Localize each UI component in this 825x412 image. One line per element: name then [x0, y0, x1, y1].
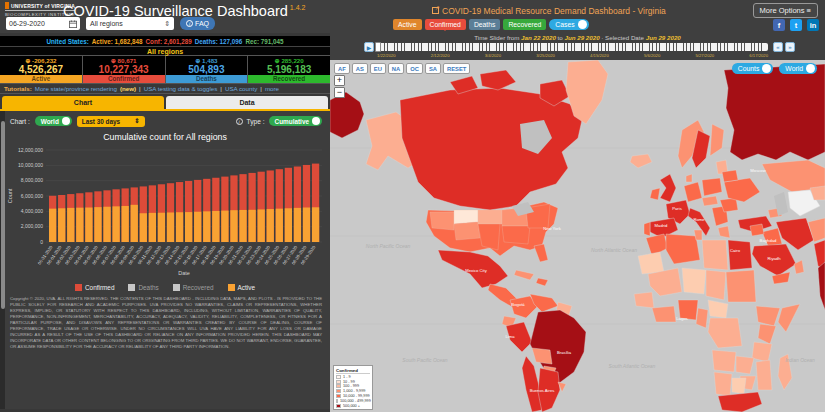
- country-ireland[interactable]: [650, 188, 660, 200]
- legend-item-active[interactable]: Active: [228, 284, 255, 291]
- case-button-recovered[interactable]: Recovered: [503, 19, 546, 30]
- tab-chart[interactable]: Chart: [2, 96, 164, 109]
- country-tanzania[interactable]: [752, 342, 772, 362]
- scrollbar-thumb[interactable]: [1, 121, 5, 309]
- legend-item-confirmed[interactable]: Confirmed: [75, 284, 114, 291]
- bar-active[interactable]: [312, 207, 319, 242]
- bar-active[interactable]: [176, 212, 183, 242]
- bar-active[interactable]: [49, 209, 56, 242]
- country-hispaniola[interactable]: [536, 278, 548, 286]
- country-car[interactable]: [708, 300, 728, 318]
- country-somalia[interactable]: [778, 304, 800, 332]
- bar-active[interactable]: [122, 206, 129, 242]
- country-botswana[interactable]: [732, 378, 746, 394]
- bar-active[interactable]: [76, 208, 83, 242]
- country-cuba[interactable]: [514, 270, 534, 280]
- region-select[interactable]: All regions ⇕: [86, 17, 174, 30]
- bar-active[interactable]: [185, 212, 192, 242]
- canada-arctic-island[interactable]: [480, 70, 516, 90]
- case-button-confirmed[interactable]: Confirmed: [425, 19, 466, 30]
- cases-toggle[interactable]: Cases: [549, 19, 588, 30]
- facebook-icon[interactable]: f: [773, 19, 785, 31]
- case-button-active[interactable]: Active: [393, 19, 422, 30]
- slider-handle[interactable]: [375, 42, 381, 52]
- country-oman[interactable]: [794, 260, 804, 274]
- country-iraq[interactable]: [762, 228, 782, 246]
- tutorial-link-state-province[interactable]: More state/province rendering: [35, 85, 117, 92]
- country-mozambique[interactable]: [756, 360, 772, 390]
- bar-active[interactable]: [276, 209, 283, 242]
- bar-active[interactable]: [194, 212, 201, 242]
- tab-data[interactable]: Data: [166, 96, 328, 109]
- country-niger[interactable]: [682, 268, 706, 294]
- bar-active[interactable]: [140, 213, 147, 242]
- country-namibia[interactable]: [714, 372, 732, 396]
- usa-florida[interactable]: [534, 244, 548, 262]
- case-button-deaths[interactable]: Deaths: [469, 19, 501, 30]
- zoom-in-button[interactable]: +: [334, 75, 345, 86]
- country-libya[interactable]: [702, 240, 728, 270]
- country-sudan[interactable]: [726, 270, 756, 302]
- country-syria[interactable]: [750, 224, 764, 236]
- slider-track[interactable]: [377, 43, 768, 51]
- world-toggle[interactable]: World: [35, 116, 72, 126]
- country-chad[interactable]: [706, 270, 726, 300]
- bar-active[interactable]: [294, 208, 301, 242]
- world-toggle[interactable]: World: [779, 63, 817, 74]
- country-russia[interactable]: [724, 64, 825, 160]
- vertical-scrollbar[interactable]: [0, 111, 5, 409]
- country-ukraine[interactable]: [724, 178, 760, 202]
- bar-active[interactable]: [167, 212, 174, 242]
- linkedin-icon[interactable]: in: [807, 19, 819, 31]
- bar-active[interactable]: [85, 208, 92, 243]
- country-ethiopia[interactable]: [756, 306, 780, 326]
- bar-active[interactable]: [58, 208, 65, 242]
- bar-active[interactable]: [230, 210, 237, 242]
- cumulative-toggle[interactable]: Cumulative: [269, 116, 322, 126]
- play-button[interactable]: ▶: [364, 42, 374, 52]
- bar-active[interactable]: [248, 210, 255, 242]
- bar-active[interactable]: [149, 213, 156, 242]
- country-angola[interactable]: [712, 350, 736, 372]
- country-mauritania[interactable]: [638, 252, 664, 274]
- country-austria-czech[interactable]: [702, 196, 718, 206]
- faq-button[interactable]: i FAQ: [180, 17, 215, 30]
- country-algeria[interactable]: [666, 234, 700, 264]
- bar-active[interactable]: [303, 208, 310, 243]
- info-icon[interactable]: i: [236, 118, 243, 125]
- country-kenya[interactable]: [758, 324, 776, 344]
- bar-active[interactable]: [221, 211, 228, 242]
- country-egypt[interactable]: [728, 240, 752, 270]
- country-canada[interactable]: [400, 88, 582, 210]
- bar-active[interactable]: [131, 205, 138, 242]
- map-region-button-oc[interactable]: OC: [406, 63, 423, 74]
- legend-item-deaths[interactable]: Deaths: [128, 284, 158, 291]
- bar-active[interactable]: [158, 213, 165, 242]
- resource-dashboard-link[interactable]: COVID-19 Medical Resource Demand Dashboa…: [432, 6, 666, 16]
- zoom-out-button[interactable]: −: [334, 87, 345, 98]
- map-region-button-reset[interactable]: RESET: [443, 63, 470, 74]
- country-bolivia[interactable]: [532, 348, 552, 364]
- country-belarus[interactable]: [722, 170, 738, 182]
- map-region-button-af[interactable]: AF: [334, 63, 350, 74]
- bar-active[interactable]: [103, 207, 110, 242]
- map-region-button-sa[interactable]: SA: [425, 63, 441, 74]
- more-options-button[interactable]: More Options ≡: [753, 3, 818, 18]
- tutorial-link-testing[interactable]: USA testing data & toggles: [144, 85, 218, 92]
- bar-active[interactable]: [94, 207, 101, 242]
- legend-item-recovered[interactable]: Recovered: [173, 284, 214, 291]
- tutorial-link-more[interactable]: more: [265, 85, 279, 92]
- bar-active[interactable]: [203, 211, 210, 242]
- bar-active[interactable]: [212, 211, 219, 242]
- twitter-icon[interactable]: t: [790, 19, 802, 31]
- country-drc[interactable]: [708, 318, 742, 348]
- date-input[interactable]: 06-29-2020: [6, 17, 80, 30]
- country-senegal-guinea[interactable]: [634, 292, 654, 308]
- map-region-button-na[interactable]: NA: [388, 63, 404, 74]
- country-ghana-ivory[interactable]: [652, 306, 676, 322]
- country-iceland[interactable]: [630, 154, 652, 168]
- bar-active[interactable]: [258, 209, 265, 242]
- map-region-button-as[interactable]: AS: [352, 63, 368, 74]
- slider-step-back-button[interactable]: «: [773, 42, 783, 52]
- bar-active[interactable]: [267, 209, 274, 242]
